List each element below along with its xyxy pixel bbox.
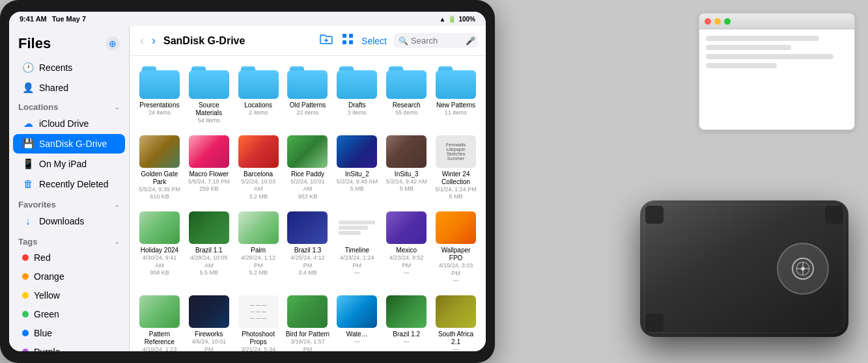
file-item[interactable]: InSitu_2 5/2/24, 9:45 AM5 MB — [333, 133, 380, 204]
search-input[interactable] — [411, 36, 463, 46]
file-item[interactable]: Timeline 4/23/24, 1:24 PM— — [333, 209, 380, 288]
close-button[interactable] — [705, 18, 711, 25]
file-name: Brazil 1.1 — [195, 247, 223, 254]
file-thumbnail — [139, 135, 180, 168]
tags-section: Tags ⌄ Red Orange Yellow Green Blue Purp… — [9, 233, 129, 351]
sandisk-label: SanDisk G-Drive — [39, 139, 107, 149]
file-thumbnail — [287, 135, 328, 168]
sidebar-item-tag-orange[interactable]: Orange — [13, 267, 125, 286]
file-item[interactable]: — — —— — —— — — Photoshoot Props 3/21/24… — [235, 293, 282, 351]
folder-item[interactable]: Locations 2 items — [235, 64, 282, 128]
file-name: Fireworks — [195, 330, 223, 338]
file-thumbnail — [436, 211, 476, 244]
file-meta: 5/2/24, 9:42 AM5 MB — [386, 178, 427, 193]
folder-meta: 22 items — [296, 109, 318, 117]
toolbar-actions: Select 🔍 🎤 — [318, 32, 478, 49]
sidebar-item-shared[interactable]: 👤 Shared — [13, 78, 125, 98]
file-item[interactable]: Barcelona 5/2/24, 10:03 AM3.2 MB — [235, 133, 282, 204]
file-item[interactable]: Pattern Reference 4/10/24, 1:23 PM51 KB — [136, 293, 183, 351]
file-item[interactable]: Bird for Pattern 3/18/24, 1:57 PM848 KB — [285, 293, 331, 351]
folder-item[interactable]: New Patterns 11 items — [432, 64, 479, 128]
file-name: Wate… — [346, 330, 368, 338]
file-meta: 3/18/24, 1:57 PM848 KB — [286, 338, 330, 351]
downloads-icon: ↓ — [22, 215, 34, 226]
folder-item[interactable]: Drafts 3 items — [333, 64, 380, 128]
select-button[interactable]: Select — [361, 36, 387, 46]
favorites-section-label: Favorites — [18, 200, 56, 209]
sidebar-item-tag-purple[interactable]: Purple — [13, 343, 125, 351]
forward-button[interactable]: › — [149, 33, 158, 49]
folder-item[interactable]: Old Patterns 22 items — [285, 64, 331, 128]
minimize-button[interactable] — [714, 18, 721, 25]
sandisk-icon: 💾 — [22, 138, 34, 150]
folder-icon — [337, 66, 377, 99]
sidebar-item-icloud[interactable]: ☁ iCloud Drive — [13, 114, 125, 133]
deleted-label: Recently Deleted — [39, 179, 109, 189]
file-name: InSitu_2 — [345, 170, 369, 178]
file-name: Barcelona — [244, 170, 273, 178]
new-folder-button[interactable] — [318, 32, 334, 49]
sidebar-header: Files ⊕ — [9, 33, 129, 57]
maximize-button[interactable] — [724, 18, 731, 25]
tag-dot — [22, 349, 29, 351]
file-name: InSitu_3 — [395, 170, 419, 178]
sidebar-item-sandisk[interactable]: 💾 SanDisk G-Drive — [13, 134, 125, 154]
sidebar-item-recents[interactable]: 🕐 Recents — [13, 58, 125, 77]
sidebar-item-tag-yellow[interactable]: Yellow — [13, 286, 125, 304]
folder-icon — [238, 66, 279, 99]
tags-chevron[interactable]: ⌄ — [114, 237, 120, 246]
sidebar-item-tag-red[interactable]: Red — [13, 249, 125, 267]
sidebar-item-tag-green[interactable]: Green — [13, 305, 125, 323]
file-name: Macro Flower — [189, 170, 229, 178]
file-name: Wallpaper FPO — [434, 247, 478, 262]
file-thumbnail — [238, 211, 279, 244]
file-item[interactable]: Brazil 1.2 — — [383, 293, 430, 351]
tag-dot — [22, 330, 29, 336]
sidebar-item-tag-blue[interactable]: Blue — [13, 324, 125, 342]
sidebar-item-downloads[interactable]: ↓ Downloads — [13, 211, 125, 230]
file-item[interactable]: Rice Paddy 5/2/24, 10:01 AM953 KB — [285, 133, 331, 204]
file-item[interactable]: Mexico 4/23/24, 8:52 PM— — [383, 209, 430, 288]
view-toggle-button[interactable] — [341, 32, 355, 49]
file-item[interactable]: Wate… — — [333, 293, 380, 351]
tags-section-header: Tags ⌄ — [9, 233, 129, 248]
file-name: Brazil 1.3 — [294, 247, 322, 254]
file-item[interactable]: Golden Gate Park 5/5/24, 9:39 PM610 KB — [136, 133, 183, 204]
status-left: 9:41 AM Tue May 7 — [20, 15, 86, 23]
folder-name: Presentations — [139, 101, 179, 109]
file-meta: 5/5/24, 7:19 PM259 KB — [188, 178, 230, 193]
file-thumbnail: — — —— — —— — — — [238, 295, 279, 328]
locations-section-label: Locations — [18, 102, 58, 112]
sidebar-item-deleted[interactable]: 🗑 Recently Deleted — [13, 174, 125, 193]
file-item[interactable]: Fireworks 4/6/24, 10:01 PM378 KB — [186, 293, 232, 351]
folder-name: Old Patterns — [290, 101, 326, 109]
file-item[interactable]: South Africa 2.1 — — [432, 293, 479, 351]
sidebar-item-ipad[interactable]: 📱 On My iPad — [13, 154, 125, 174]
svg-point-8 — [801, 267, 805, 271]
file-item[interactable]: FernwallsLitepaperSketchesSummer Winter … — [432, 133, 479, 204]
locations-chevron[interactable]: ⌄ — [114, 103, 120, 111]
folder-icon — [139, 66, 180, 99]
battery-label: 100% — [458, 16, 475, 23]
folder-item[interactable]: Research 55 items — [383, 64, 430, 128]
file-item[interactable]: Macro Flower 5/5/24, 7:19 PM259 KB — [186, 133, 232, 204]
file-item[interactable]: Brazil 1.1 4/28/24, 10:05 AM5.5 MB — [186, 209, 232, 288]
desktop-window — [699, 13, 855, 130]
file-item[interactable]: InSitu_3 5/2/24, 9:42 AM5 MB — [383, 133, 430, 204]
folder-item[interactable]: Presentations 24 items — [136, 64, 183, 128]
back-button[interactable]: ‹ — [137, 33, 147, 49]
folder-name: New Patterns — [436, 101, 475, 109]
folder-item[interactable]: Source Materials 54 items — [186, 64, 232, 128]
favorites-chevron[interactable]: ⌄ — [114, 200, 120, 209]
file-meta: 4/10/24, 1:23 PM51 KB — [137, 346, 182, 351]
toolbar-nav: ‹ › — [137, 33, 158, 49]
file-meta: — — [404, 338, 410, 346]
file-name: Palm — [251, 247, 266, 254]
folder-meta: 55 items — [395, 109, 417, 117]
file-item[interactable]: Wallpaper FPO 4/15/24, 3:03 PM— — [432, 209, 479, 288]
file-item[interactable]: Palm 4/26/24, 1:12 PM5.2 MB — [235, 209, 282, 288]
file-item[interactable]: Holiday 2024 4/30/24, 9:41 AM958 KB — [136, 209, 183, 288]
file-item[interactable]: Brazil 1.3 4/25/24, 4:12 PM3.4 MB — [285, 209, 331, 288]
mic-icon[interactable]: 🎤 — [466, 36, 475, 46]
add-button[interactable]: ⊕ — [105, 36, 120, 51]
